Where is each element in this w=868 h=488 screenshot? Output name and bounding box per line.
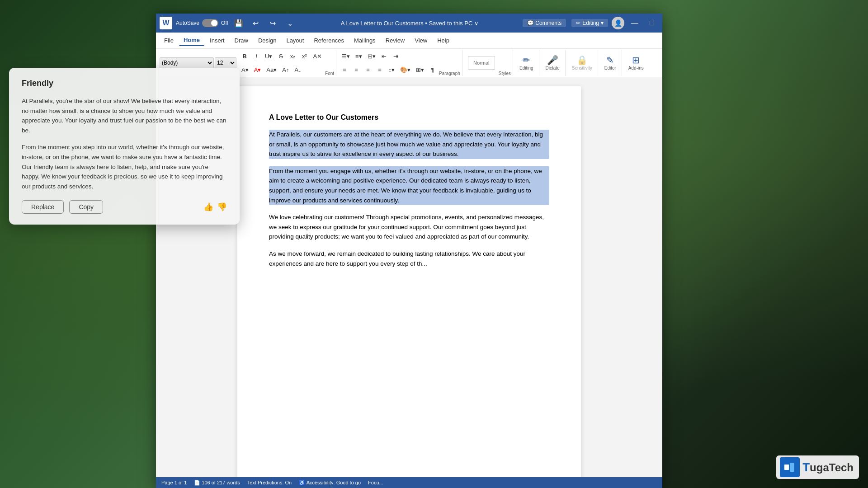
sensitivity-indicator[interactable]: 🔒 Sensitivity [568,54,596,72]
status-bar: Page 1 of 1 📄 106 of 217 words Text Pred… [156,477,662,488]
accessibility: ♿ Accessibility: Good to go [299,480,361,486]
comments-button[interactable]: 💬 Comments [523,19,566,27]
editor-icon: ✎ [606,56,614,65]
editor-indicator[interactable]: ✎ Editor [601,54,620,72]
font-color-button[interactable]: A▾ [252,63,264,76]
svg-rect-0 [784,465,789,470]
align-left-button[interactable]: ≡ [339,63,350,76]
borders-button[interactable]: ⊞▾ [414,63,426,76]
subscript-button[interactable]: x₂ [287,50,298,62]
toolbar-editing-group: ✏ Editing [514,50,539,76]
decrease-indent-button[interactable]: ⇤ [379,50,390,62]
svg-rect-1 [790,463,794,472]
italic-button[interactable]: I [251,50,262,62]
grow-font-button[interactable]: A↑ [280,63,291,76]
document-title: A Love Letter to Our Customers • Saved t… [301,20,519,27]
paragraph-1: At Parallels, our customers are at the h… [269,130,549,159]
ai-panel: Friendly At Parallels, you're the star o… [9,68,240,225]
toolbar-sensitivity-group: 🔒 Sensitivity [566,50,598,76]
tuga-t-letter: TugaTech [802,460,854,474]
font-size-selector[interactable]: 12 [215,57,236,68]
numbering-button[interactable]: ≡▾ [353,50,364,62]
thumbup-button[interactable]: 👍 [203,202,213,212]
microphone-icon: 🎤 [547,56,558,65]
addins-indicator[interactable]: ⊞ Add-ins [625,54,647,72]
superscript-button[interactable]: x² [299,50,310,62]
focus-mode: Focu... [368,480,383,485]
shrink-font-button[interactable]: A↓ [292,63,303,76]
align-center-button[interactable]: ≡ [351,63,362,76]
menu-insert[interactable]: Insert [205,35,229,46]
paragraph-4: As we move forward, we remain dedicated … [269,249,549,268]
font-case-button[interactable]: Aa▾ [264,63,279,76]
addins-icon: ⊞ [632,56,640,65]
strikethrough-button[interactable]: S [275,50,286,62]
customize-button[interactable]: ⌄ [283,17,297,29]
align-right-button[interactable]: ≡ [363,63,373,76]
menu-layout[interactable]: Layout [282,35,308,46]
ai-panel-text-2: From the moment you step into our world,… [22,142,227,191]
autosave-toggle[interactable] [202,19,218,27]
paragraph-2: From the moment you engage with us, whet… [269,166,549,205]
styles-area: Normal [465,55,498,70]
tuga-brand: TugaTech [776,455,859,479]
line-spacing-button[interactable]: ↕▾ [386,63,397,76]
word-icon: W [160,17,172,29]
autosave-area: AutoSave Off [176,19,228,27]
highlight-button[interactable]: A▾ [239,63,251,76]
redo-button[interactable]: ↪ [266,17,280,29]
ai-panel-title: Friendly [22,79,227,88]
multilevel-button[interactable]: ⊞▾ [365,50,378,62]
toolbar-dictate-group: 🎤 Dictate [540,50,566,76]
page-info: Page 1 of 1 [161,480,187,485]
undo-button[interactable]: ↩ [249,17,263,29]
clear-format-button[interactable]: A✕ [311,50,324,62]
word-count: 📄 106 of 217 words [194,480,240,486]
tuga-logo: TugaTech [776,455,859,479]
font-selector[interactable]: (Body) [160,57,214,68]
ai-panel-text-1: At Parallels, you're the star of our sho… [22,96,227,135]
toolbar-editor-group: ✎ Editor [599,50,622,76]
underline-button[interactable]: U▾ [263,50,274,62]
editing-indicator: ✏ Editing [516,54,537,72]
ai-panel-actions: Replace Copy 👍 👎 [22,200,227,214]
tuga-icon [780,457,800,477]
toolbar-styles-group: Normal Styles [463,50,513,76]
menu-references[interactable]: References [309,35,348,46]
shading-button[interactable]: 🎨▾ [398,63,413,76]
copy-button[interactable]: Copy [69,200,103,214]
minimize-button[interactable]: — [628,17,642,29]
dictate-indicator[interactable]: 🎤 Dictate [542,54,563,72]
toolbar-icons: 💾 ↩ ↪ ⌄ [232,17,297,29]
show-paragraph-button[interactable]: ¶ [427,63,438,76]
toolbar-addins-group: ⊞ Add-ins [623,50,649,76]
menu-home[interactable]: Home [179,35,204,46]
toolbar-paragraph-group: ☰▾ ≡▾ ⊞▾ ⇤ ⇥ ≡ ≡ ≡ ≡ ↕▾ 🎨▾ ⊞▾ ¶ [337,50,462,76]
thumbdown-button[interactable]: 👎 [217,202,227,212]
user-avatar[interactable]: 👤 [612,17,624,29]
sensitivity-icon: 🔒 [576,56,588,65]
replace-button[interactable]: Replace [22,200,64,214]
menu-view[interactable]: View [410,35,432,46]
save-button[interactable]: 💾 [232,17,245,29]
menu-file[interactable]: File [160,35,178,46]
tuga-svg-icon [783,461,796,474]
autosave-label: AutoSave [176,20,199,26]
menu-design[interactable]: Design [254,35,281,46]
styles-preview[interactable]: Normal [468,56,495,70]
editing-icon: ✏ [523,56,530,65]
editing-button[interactable]: ✏ Editing ▾ [571,19,608,27]
maximize-button[interactable]: □ [645,17,659,29]
justify-button[interactable]: ≡ [374,63,385,76]
increase-indent-button[interactable]: ⇥ [391,50,401,62]
menu-mailings[interactable]: Mailings [349,35,380,46]
text-predictions: Text Predictions: On [247,480,292,485]
bold-button[interactable]: B [239,50,250,62]
document-title-text: A Love Letter to Our Customers [269,113,549,122]
menu-help[interactable]: Help [433,35,454,46]
bullets-button[interactable]: ☰▾ [339,50,352,62]
menu-draw[interactable]: Draw [230,35,253,46]
autosave-state: Off [221,20,228,26]
menu-bar: File Home Insert Draw Design Layout Refe… [156,33,662,49]
menu-review[interactable]: Review [381,35,410,46]
